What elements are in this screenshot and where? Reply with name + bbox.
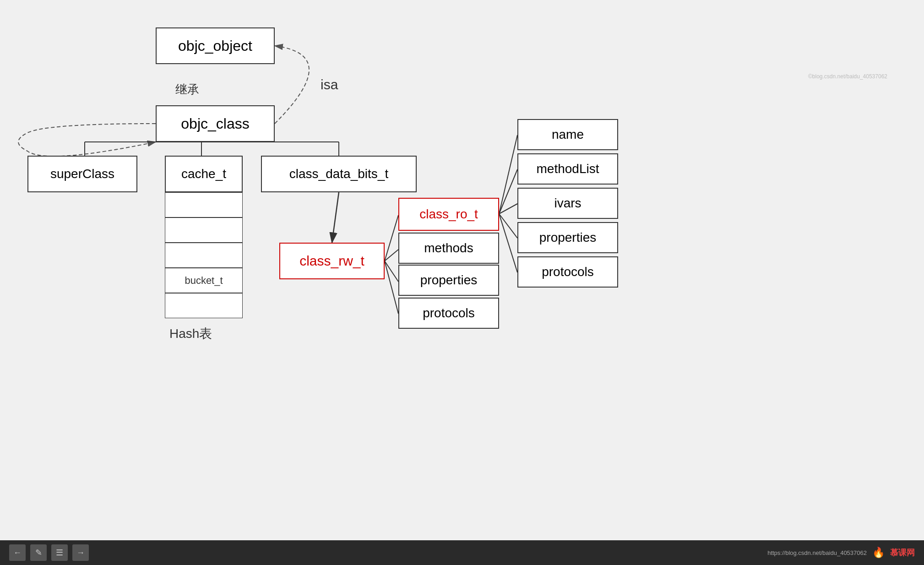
class-rw-t-box: class_rw_t bbox=[279, 243, 385, 279]
class-rw-t-label: class_rw_t bbox=[299, 253, 364, 269]
svg-line-11 bbox=[499, 135, 517, 214]
nav-controls: ← ✎ ☰ → bbox=[9, 544, 89, 561]
objc-class-label: objc_class bbox=[181, 115, 249, 132]
name-ro-box: name bbox=[517, 119, 618, 150]
forward-button[interactable]: → bbox=[72, 544, 89, 561]
methods-rw-label: methods bbox=[424, 241, 473, 255]
flame-icon: 🔥 bbox=[872, 547, 885, 559]
edit-button[interactable]: ✎ bbox=[30, 544, 47, 561]
class-ro-t-label: class_ro_t bbox=[419, 207, 478, 222]
cache-cell-3 bbox=[165, 243, 243, 268]
site-url: https://blog.csdn.net/baidu_40537062 bbox=[767, 549, 867, 556]
cache-cell-1 bbox=[165, 192, 243, 217]
properties-ro-box: properties bbox=[517, 222, 618, 253]
methodlist-ro-label: methodList bbox=[537, 162, 599, 176]
list-button[interactable]: ☰ bbox=[51, 544, 68, 561]
inherit-label: 继承 bbox=[175, 81, 199, 98]
class-data-bits-label: class_data_bits_t bbox=[289, 167, 388, 181]
objc-object-label: objc_object bbox=[178, 38, 252, 54]
bottom-right: https://blog.csdn.net/baidu_40537062 🔥 慕… bbox=[767, 547, 915, 559]
svg-line-8 bbox=[385, 250, 398, 261]
svg-line-13 bbox=[499, 204, 517, 214]
cache-t-label: cache_t bbox=[181, 167, 226, 181]
protocols-ro-box: protocols bbox=[517, 256, 618, 288]
hash-table-label: Hash表 bbox=[169, 325, 212, 342]
superclass-label: superClass bbox=[50, 167, 114, 181]
cache-cell-2 bbox=[165, 217, 243, 243]
ivars-ro-label: ivars bbox=[554, 196, 581, 211]
watermark: ©blog.csdn.net/baidu_40537062 bbox=[808, 73, 887, 80]
back-button[interactable]: ← bbox=[9, 544, 26, 561]
superclass-box: superClass bbox=[27, 156, 137, 192]
protocols-ro-label: protocols bbox=[542, 265, 594, 279]
cache-cell-5 bbox=[165, 293, 243, 318]
svg-line-15 bbox=[499, 214, 517, 272]
diagram-canvas: objc_object objc_class 继承 isa superClass… bbox=[0, 0, 924, 540]
site-name: 慕课网 bbox=[890, 547, 915, 558]
isa-label: isa bbox=[321, 77, 338, 92]
svg-line-9 bbox=[385, 261, 398, 282]
cache-t-box: cache_t bbox=[165, 156, 243, 192]
svg-line-7 bbox=[385, 215, 398, 261]
properties-rw-label: properties bbox=[420, 273, 478, 288]
svg-line-6 bbox=[332, 192, 339, 243]
svg-line-10 bbox=[385, 261, 398, 314]
class-ro-t-box: class_ro_t bbox=[398, 198, 499, 231]
bottom-bar: ← ✎ ☰ → https://blog.csdn.net/baidu_4053… bbox=[0, 540, 924, 565]
protocols-rw-label: protocols bbox=[423, 306, 475, 321]
cache-cell-bucket: bucket_t bbox=[165, 268, 243, 293]
objc-class-box: objc_class bbox=[156, 105, 275, 142]
svg-line-14 bbox=[499, 214, 517, 238]
class-data-bits-box: class_data_bits_t bbox=[261, 156, 417, 192]
ivars-ro-box: ivars bbox=[517, 188, 618, 219]
protocols-rw-box: protocols bbox=[398, 298, 499, 329]
name-ro-label: name bbox=[552, 127, 584, 142]
methods-rw-box: methods bbox=[398, 233, 499, 264]
properties-rw-box: properties bbox=[398, 265, 499, 296]
properties-ro-label: properties bbox=[539, 230, 597, 245]
objc-object-box: objc_object bbox=[156, 27, 275, 64]
methodlist-ro-box: methodList bbox=[517, 153, 618, 185]
svg-line-12 bbox=[499, 169, 517, 214]
